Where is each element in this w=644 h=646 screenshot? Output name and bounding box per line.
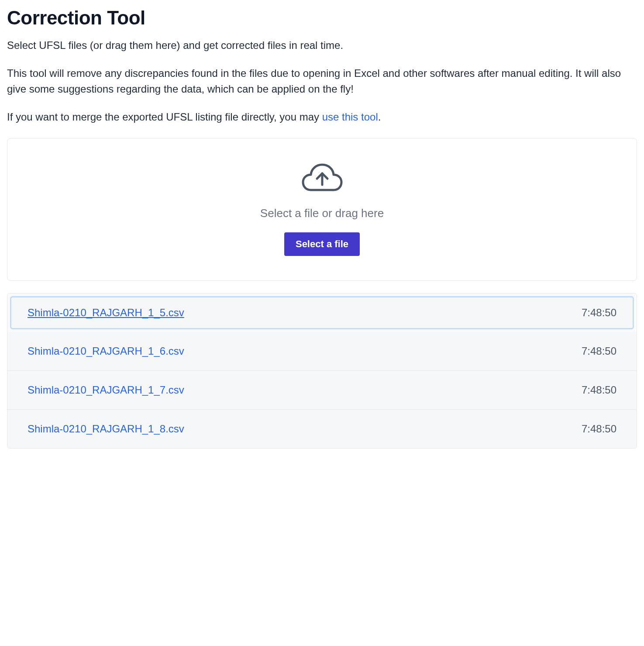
intro-line-3-prefix: If you want to merge the exported UFSL l…: [7, 111, 322, 123]
file-name-link[interactable]: Shimla-0210_RAJGARH_1_7.csv: [28, 384, 184, 396]
select-file-button[interactable]: Select a file: [284, 232, 360, 256]
page-title: Correction Tool: [7, 7, 637, 29]
use-this-tool-link[interactable]: use this tool: [322, 111, 378, 123]
file-timestamp: 7:48:50: [582, 423, 616, 435]
page-container: Correction Tool Select UFSL files (or dr…: [7, 7, 637, 449]
file-row[interactable]: Shimla-0210_RAJGARH_1_8.csv 7:48:50: [7, 410, 637, 448]
intro-line-3-suffix: .: [378, 111, 381, 123]
file-name-link[interactable]: Shimla-0210_RAJGARH_1_8.csv: [28, 423, 184, 435]
file-name-link[interactable]: Shimla-0210_RAJGARH_1_6.csv: [28, 345, 184, 357]
cloud-upload-icon: [301, 163, 343, 193]
file-row[interactable]: Shimla-0210_RAJGARH_1_6.csv 7:48:50: [7, 332, 637, 371]
file-timestamp: 7:48:50: [582, 307, 616, 319]
file-row[interactable]: Shimla-0210_RAJGARH_1_7.csv 7:48:50: [7, 371, 637, 410]
file-timestamp: 7:48:50: [582, 384, 616, 396]
file-dropzone[interactable]: Select a file or drag here Select a file: [7, 138, 637, 281]
dropzone-instruction: Select a file or drag here: [16, 207, 628, 220]
file-row[interactable]: Shimla-0210_RAJGARH_1_5.csv 7:48:50: [10, 296, 634, 329]
file-timestamp: 7:48:50: [582, 345, 616, 357]
file-name-link[interactable]: Shimla-0210_RAJGARH_1_5.csv: [28, 307, 184, 319]
file-list: Shimla-0210_RAJGARH_1_5.csv 7:48:50 Shim…: [7, 293, 637, 449]
intro-line-2: This tool will remove any discrepancies …: [7, 66, 637, 97]
upload-icon-wrap: [16, 163, 628, 193]
intro-line-1: Select UFSL files (or drag them here) an…: [7, 38, 637, 53]
intro-line-3: If you want to merge the exported UFSL l…: [7, 109, 637, 125]
